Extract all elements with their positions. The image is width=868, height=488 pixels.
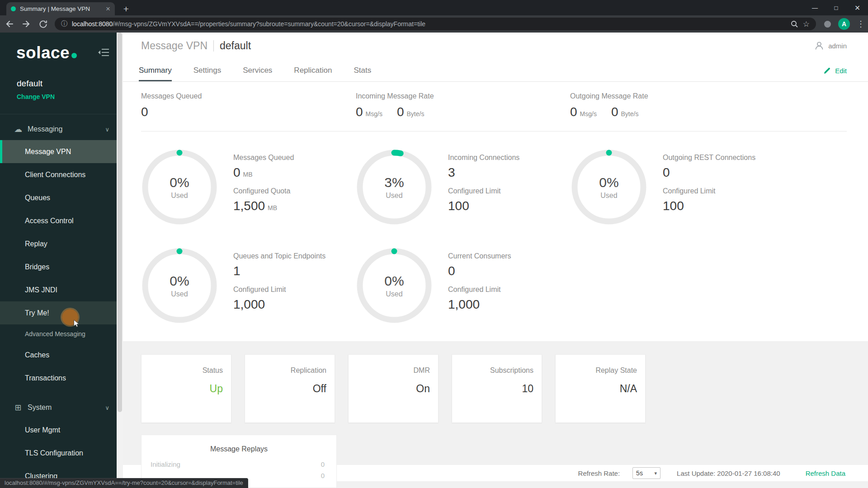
browser-tab[interactable]: Summary | Message VPN × bbox=[6, 2, 115, 15]
section-messaging[interactable]: ☁ Messaging ∨ bbox=[0, 118, 117, 140]
url-text: localhost:8080/#/msg-vpns/ZGVmYXVsdA==/p… bbox=[72, 20, 786, 28]
window-close-button[interactable]: × bbox=[847, 0, 868, 15]
refresh-icon bbox=[38, 19, 48, 29]
gauge-info-queues-topic-endpoints: Queues and Topic Endpoints 1 Configured … bbox=[233, 252, 326, 319]
sidebar-item-user-mgmt[interactable]: User Mgmt bbox=[0, 418, 117, 441]
collapse-menu-icon bbox=[98, 48, 109, 57]
refresh-data-link[interactable]: Refresh Data bbox=[806, 469, 845, 477]
back-icon bbox=[5, 19, 14, 29]
chevron-down-icon: ∨ bbox=[105, 126, 109, 133]
metric-incoming-rate: Incoming Message Rate 0Msg/s 0Byte/s bbox=[356, 92, 434, 119]
page-info-icon[interactable]: ⓘ bbox=[61, 20, 67, 28]
sidebar-item-bridges[interactable]: Bridges bbox=[0, 255, 117, 278]
card-replication: Replication Off bbox=[245, 354, 335, 423]
refresh-rate-label: Refresh Rate: bbox=[578, 469, 620, 477]
cloud-icon: ☁ bbox=[14, 124, 23, 134]
gauge-info-outgoing-rest-connections: Outgoing REST Connections 0 Configured L… bbox=[663, 154, 755, 221]
sidebar-nav: ☁ Messaging ∨ Message VPN Client Connect… bbox=[0, 118, 117, 488]
tab-settings[interactable]: Settings bbox=[193, 60, 221, 81]
card-dmr: DMR On bbox=[348, 354, 439, 423]
gauge-info-current-consumers: Current Consumers 0 Configured Limit 1,0… bbox=[448, 252, 511, 319]
sidebar-divider bbox=[0, 114, 117, 114]
sidebar-item-transactions[interactable]: Transactions bbox=[0, 366, 117, 389]
gauge-current-consumers: 0%Used bbox=[357, 248, 432, 323]
tab-replication[interactable]: Replication bbox=[294, 60, 332, 81]
sidebar-item-client-connections[interactable]: Client Connections bbox=[0, 163, 117, 186]
user-menu[interactable]: admin bbox=[814, 41, 847, 51]
tab-stats[interactable]: Stats bbox=[354, 60, 371, 81]
page-title: Message VPN default bbox=[141, 40, 251, 52]
click-indicator bbox=[62, 309, 78, 325]
gauge-incoming-connections: 3%Used bbox=[357, 150, 432, 225]
forward-icon bbox=[21, 19, 31, 29]
refresh-button[interactable] bbox=[36, 17, 50, 31]
sidebar-subheader-advanced-messaging: Advanced Messaging bbox=[0, 324, 117, 343]
browser-profile-avatar[interactable]: A bbox=[838, 18, 850, 30]
tab-bar: Summary Settings Services Replication St… bbox=[123, 60, 868, 82]
user-name: admin bbox=[828, 42, 847, 50]
chevron-down-icon: ∨ bbox=[105, 404, 109, 411]
window-minimize-button[interactable]: — bbox=[804, 0, 826, 15]
sidebar-item-try-me[interactable]: Try Me! bbox=[0, 301, 117, 324]
sidebar-item-caches[interactable]: Caches bbox=[0, 343, 117, 366]
refresh-rate-select[interactable]: 5s▾ bbox=[632, 467, 660, 479]
system-grid-icon: ⊞ bbox=[14, 403, 23, 413]
sidebar-item-jms-jndi[interactable]: JMS JNDI bbox=[0, 278, 117, 301]
title-separator bbox=[213, 40, 214, 52]
gauge-info-messages-queued: Messages Queued 0MB Configured Quota 1,5… bbox=[233, 154, 294, 221]
browser-menu-icon[interactable]: ⋮ bbox=[857, 19, 865, 29]
gauge-messages-queued: 0%Used bbox=[142, 150, 217, 225]
sidebar-item-tls-configuration[interactable]: TLS Configuration bbox=[0, 441, 117, 465]
tab-summary[interactable]: Summary bbox=[139, 60, 172, 81]
bookmark-star-icon[interactable]: ☆ bbox=[803, 19, 810, 29]
sidebar-item-access-control[interactable]: Access Control bbox=[0, 209, 117, 232]
section-system[interactable]: ⊞ System ∨ bbox=[0, 397, 117, 418]
metric-messages-queued: Messages Queued 0 bbox=[141, 92, 202, 119]
metric-outgoing-rate: Outgoing Message Rate 0Msg/s 0Byte/s bbox=[570, 92, 648, 119]
scrollbar-thumb[interactable] bbox=[118, 33, 122, 412]
user-icon bbox=[814, 41, 824, 51]
gauge-queues-topic-endpoints: 0%Used bbox=[142, 248, 217, 323]
gauge-info-incoming-connections: Incoming Connections 3 Configured Limit … bbox=[448, 154, 519, 221]
sidebar-item-replay[interactable]: Replay bbox=[0, 232, 117, 255]
card-subscriptions: Subscriptions 10 bbox=[452, 354, 542, 423]
forward-button[interactable] bbox=[19, 17, 33, 31]
zoom-icon[interactable] bbox=[790, 20, 798, 28]
tab-close-icon[interactable]: × bbox=[106, 5, 110, 13]
logo-dot-icon bbox=[71, 53, 77, 58]
tab-title: Summary | Message VPN bbox=[20, 5, 102, 12]
last-update-text: Last Update: 2020-01-27 16:08:40 bbox=[677, 469, 780, 477]
sidebar-scrollbar bbox=[117, 33, 123, 488]
browser-titlebar: Summary | Message VPN × + — □ × bbox=[0, 0, 868, 15]
sidebar-item-message-vpn[interactable]: Message VPN bbox=[0, 140, 117, 163]
favicon-icon bbox=[11, 6, 16, 11]
card-status: Status Up bbox=[141, 354, 231, 423]
card-replay-state: Replay State N/A bbox=[555, 354, 646, 423]
gauge-outgoing-rest-connections: 0%Used bbox=[571, 150, 646, 225]
solace-logo: solace bbox=[16, 43, 77, 62]
dropdown-arrow-icon: ▾ bbox=[655, 470, 657, 476]
sidebar-collapse-button[interactable] bbox=[98, 48, 109, 59]
sidebar: solace default Change VPN ☁ Messaging ∨ … bbox=[0, 33, 117, 488]
edit-button[interactable]: Edit bbox=[823, 60, 847, 81]
window-maximize-button[interactable]: □ bbox=[826, 0, 847, 15]
replay-row: Initializing0 bbox=[142, 460, 336, 468]
back-button[interactable] bbox=[2, 17, 17, 31]
page-title-vpn: default bbox=[220, 40, 251, 52]
browser-toolbar: ⓘ localhost:8080/#/msg-vpns/ZGVmYXVsdA==… bbox=[0, 15, 868, 33]
current-vpn-name: default bbox=[17, 79, 42, 89]
pencil-icon bbox=[823, 67, 831, 75]
url-bar[interactable]: ⓘ localhost:8080/#/msg-vpns/ZGVmYXVsdA==… bbox=[55, 18, 816, 30]
extension-icon[interactable] bbox=[824, 21, 831, 28]
link-preview-statusbar: localhost:8080/#/msg-vpns/ZGVmYXVsdA==/t… bbox=[0, 478, 248, 488]
change-vpn-link[interactable]: Change VPN bbox=[17, 93, 55, 100]
section-divider bbox=[141, 131, 847, 131]
new-tab-button[interactable]: + bbox=[119, 2, 133, 15]
tab-services[interactable]: Services bbox=[243, 60, 272, 81]
main-content: Message VPN default admin Summary Settin… bbox=[123, 33, 868, 488]
sidebar-item-queues[interactable]: Queues bbox=[0, 186, 117, 209]
cursor-icon bbox=[73, 319, 80, 328]
